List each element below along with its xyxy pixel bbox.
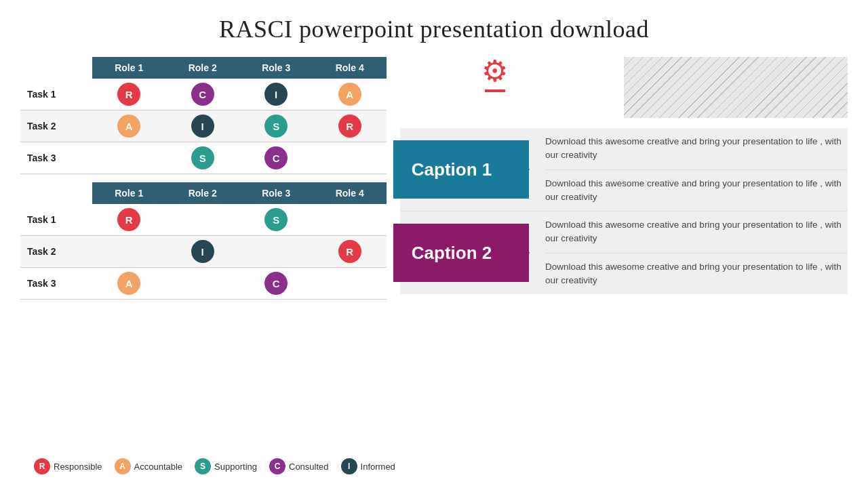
task-label: Task 2 bbox=[20, 236, 92, 268]
cell-r2: I bbox=[165, 236, 239, 268]
badge-C: C bbox=[264, 146, 288, 169]
top-decorations: ⚙ bbox=[400, 57, 848, 128]
caption1-arrow: Caption 1 bbox=[393, 140, 529, 199]
cell-r4: A bbox=[313, 79, 387, 110]
table-row: Task 2IR bbox=[20, 236, 387, 268]
badge-S: S bbox=[191, 146, 214, 169]
task-label: Task 2 bbox=[20, 110, 92, 142]
table1: Role 1 Role 2 Role 3 Role 4 Task 1RCIATa… bbox=[20, 57, 387, 174]
legend-item-I: IInformed bbox=[341, 458, 395, 474]
table-row: Task 3AC bbox=[20, 268, 387, 300]
cell-r4: R bbox=[313, 110, 387, 142]
badge-C: C bbox=[191, 83, 214, 106]
legend-badge-R: R bbox=[34, 458, 50, 474]
gear-underline bbox=[485, 89, 505, 92]
page: RASCI powerpoint presentation download R… bbox=[0, 0, 868, 488]
table2-col-role2: Role 2 bbox=[165, 182, 239, 204]
main-content: Role 1 Role 2 Role 3 Role 4 Task 1RCIATa… bbox=[0, 50, 868, 488]
badge-C: C bbox=[264, 272, 288, 295]
legend-item-S: SSupporting bbox=[195, 458, 257, 474]
hatch-rectangle bbox=[624, 57, 848, 118]
cell-r2 bbox=[165, 268, 239, 300]
table1-col-role3: Role 3 bbox=[239, 57, 313, 79]
caption1-desc1: Download this awesome creative and bring… bbox=[545, 128, 848, 170]
caption2-arrow: Caption 2 bbox=[393, 224, 529, 282]
legend-badge-C: C bbox=[269, 458, 285, 474]
task-label: Task 1 bbox=[20, 204, 92, 236]
legend-badge-A: A bbox=[115, 458, 131, 474]
badge-R: R bbox=[117, 208, 140, 231]
table1-header-row: Role 1 Role 2 Role 3 Role 4 bbox=[20, 57, 387, 79]
captions-panel: Caption 1 Download this awesome creative… bbox=[400, 128, 848, 294]
caption2-row: Caption 2 Download this awesome creative… bbox=[400, 211, 848, 294]
table1-col-role2: Role 2 bbox=[165, 57, 239, 79]
table1-block: Role 1 Role 2 Role 3 Role 4 Task 1RCIATa… bbox=[20, 57, 393, 174]
badge-I: I bbox=[191, 240, 214, 263]
caption2-arrow-container: Caption 2 bbox=[393, 224, 529, 282]
caption2-label: Caption 2 bbox=[412, 243, 492, 264]
caption1-arrow-container: Caption 1 bbox=[393, 140, 529, 199]
cell-r3 bbox=[239, 236, 313, 268]
cell-r4 bbox=[313, 142, 387, 174]
page-title: RASCI powerpoint presentation download bbox=[219, 15, 649, 43]
legend-item-R: RResponsible bbox=[34, 458, 102, 474]
cell-r1: R bbox=[92, 204, 166, 236]
legend-label-C: Consulted bbox=[289, 462, 329, 472]
badge-R: R bbox=[117, 83, 140, 106]
cell-r1: R bbox=[92, 79, 166, 110]
cell-r2 bbox=[165, 204, 239, 236]
caption2-desc2: Download this awesome creative and bring… bbox=[545, 253, 848, 295]
badge-R: R bbox=[338, 240, 361, 263]
badge-S: S bbox=[264, 208, 288, 231]
cell-r2: C bbox=[165, 79, 239, 110]
cell-r3: S bbox=[239, 110, 313, 142]
legend-label-I: Informed bbox=[361, 462, 395, 472]
legend-label-A: Accountable bbox=[134, 462, 183, 472]
cell-r4 bbox=[313, 268, 387, 300]
cell-r1: A bbox=[92, 110, 166, 142]
task-label: Task 3 bbox=[20, 142, 92, 174]
legend: RResponsibleAAccountableSSupportingCCons… bbox=[14, 451, 416, 481]
table2-header-row: Role 1 Role 2 Role 3 Role 4 bbox=[20, 182, 387, 204]
task-label: Task 3 bbox=[20, 268, 92, 300]
table-row: Task 2AISR bbox=[20, 110, 387, 142]
task-label: Task 1 bbox=[20, 79, 92, 110]
table2-col-role4: Role 4 bbox=[313, 182, 387, 204]
badge-S: S bbox=[264, 115, 288, 138]
table-row: Task 1RCIA bbox=[20, 79, 387, 110]
badge-A: A bbox=[117, 115, 140, 138]
legend-item-A: AAccountable bbox=[115, 458, 183, 474]
caption2-descriptions: Download this awesome creative and bring… bbox=[529, 211, 848, 294]
legend-badge-S: S bbox=[195, 458, 211, 474]
legend-item-C: CConsulted bbox=[269, 458, 329, 474]
caption1-label: Caption 1 bbox=[412, 159, 492, 180]
table2-col-role3: Role 3 bbox=[239, 182, 313, 204]
caption1-row: Caption 1 Download this awesome creative… bbox=[400, 128, 848, 211]
cell-r4 bbox=[313, 204, 387, 236]
table2-block: Role 1 Role 2 Role 3 Role 4 Task 1RSTask… bbox=[20, 182, 393, 300]
legend-label-R: Responsible bbox=[54, 462, 102, 472]
tables-section: Role 1 Role 2 Role 3 Role 4 Task 1RCIATa… bbox=[20, 57, 393, 300]
cell-r2: S bbox=[165, 142, 239, 174]
badge-A: A bbox=[338, 83, 361, 106]
gear-icon: ⚙ bbox=[481, 57, 508, 87]
cell-r3: C bbox=[239, 142, 313, 174]
cell-r2: I bbox=[165, 110, 239, 142]
gear-area: ⚙ bbox=[481, 57, 508, 92]
cell-r4: R bbox=[313, 236, 387, 268]
badge-R: R bbox=[338, 115, 361, 138]
table1-col-task bbox=[20, 57, 92, 79]
caption1-desc2: Download this awesome creative and bring… bbox=[545, 170, 848, 211]
table-row: Task 3SC bbox=[20, 142, 387, 174]
table2-col-role1: Role 1 bbox=[92, 182, 166, 204]
badge-I: I bbox=[191, 115, 214, 138]
badge-I: I bbox=[264, 83, 288, 106]
cell-r3: C bbox=[239, 268, 313, 300]
cell-r1 bbox=[92, 236, 166, 268]
cell-r1 bbox=[92, 142, 166, 174]
caption2-desc1: Download this awesome creative and bring… bbox=[545, 211, 848, 253]
caption1-descriptions: Download this awesome creative and bring… bbox=[529, 128, 848, 211]
table2: Role 1 Role 2 Role 3 Role 4 Task 1RSTask… bbox=[20, 182, 387, 300]
cell-r1: A bbox=[92, 268, 166, 300]
table2-col-task bbox=[20, 182, 92, 204]
